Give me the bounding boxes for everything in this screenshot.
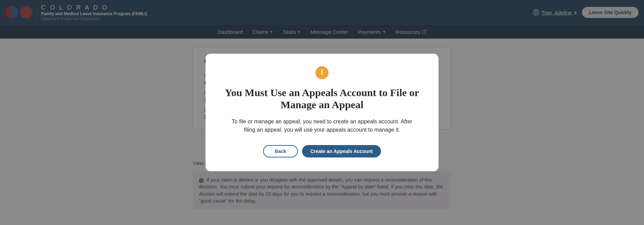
modal-body: To file or manage an appeal, you need to… [222, 117, 422, 134]
modal-title: You Must Use an Appeals Account to File … [222, 87, 422, 111]
back-button[interactable]: Back [263, 145, 298, 157]
appeals-modal: ! You Must Use an Appeals Account to Fil… [205, 54, 439, 171]
modal-buttons: Back Create an Appeals Account [222, 145, 422, 157]
create-appeals-account-button[interactable]: Create an Appeals Account [302, 145, 381, 157]
modal-overlay: ! You Must Use an Appeals Account to Fil… [0, 0, 644, 225]
warning-icon: ! [315, 66, 329, 79]
